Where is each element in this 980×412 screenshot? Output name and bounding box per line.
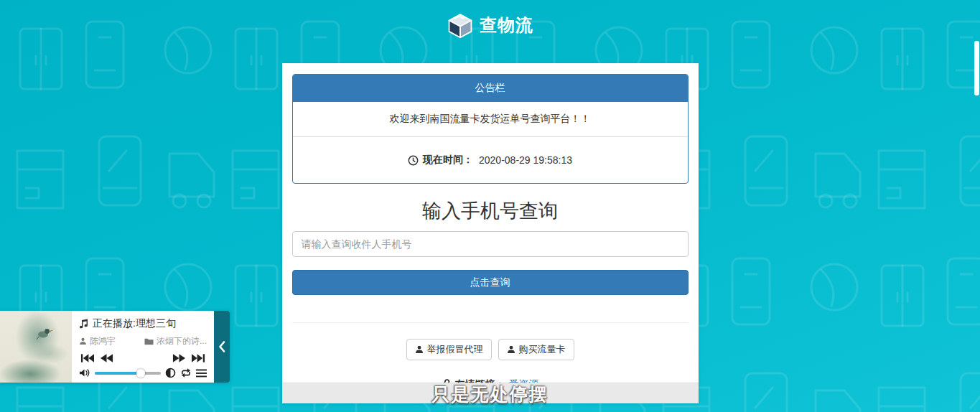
album-art — [0, 311, 72, 383]
clock-icon — [408, 155, 419, 166]
skip-back-button[interactable] — [80, 353, 94, 363]
fast-forward-button[interactable] — [172, 353, 186, 363]
slider-knob[interactable] — [136, 369, 145, 378]
playlist-menu-icon[interactable] — [196, 369, 207, 378]
parcel-box-icon — [447, 11, 474, 39]
progress-slider[interactable] — [95, 369, 161, 378]
scrollbar-thumb[interactable] — [974, 41, 979, 95]
main-card: 公告栏 欢迎来到南国流量卡发货运单号查询平台！！ 现在时间： 2020-08-2… — [282, 63, 699, 403]
page: { "page": { "logo_text": "查物流", "lyric":… — [0, 0, 980, 412]
announcement-header: 公告栏 — [293, 75, 688, 102]
player-meta-row: 陈鸿宇 浓烟下的诗... — [79, 335, 207, 347]
query-button[interactable]: 点击查询 — [292, 270, 689, 295]
album-item: 浓烟下的诗... — [144, 335, 207, 347]
now-playing-row: 正在播放:理想三旬 — [79, 317, 207, 330]
music-note-icon — [79, 319, 88, 329]
now-playing-text: 正在播放:理想三旬 — [93, 317, 176, 330]
rewind-button[interactable] — [100, 353, 113, 363]
music-player: 正在播放:理想三旬 陈鸿宇 浓烟下的诗... — [0, 311, 230, 383]
volume-icon[interactable] — [79, 368, 90, 378]
card-body: 公告栏 欢迎来到南国流量卡发货运单号查询平台！！ 现在时间： 2020-08-2… — [282, 63, 699, 391]
artist-icon — [79, 337, 87, 345]
actions-row: 举报假冒代理 购买流量卡 — [292, 339, 689, 360]
announcement-time-row: 现在时间： 2020-08-29 19:58:13 — [293, 137, 688, 183]
report-fake-agent-button[interactable]: 举报假冒代理 — [406, 339, 492, 360]
time-value: 2020-08-29 19:58:13 — [479, 154, 572, 166]
person-icon — [507, 345, 515, 354]
divider — [292, 322, 689, 323]
album-name: 浓烟下的诗... — [157, 335, 207, 347]
bird-illustration — [36, 327, 55, 340]
site-logo: 查物流 — [0, 11, 980, 39]
buy-data-card-button[interactable]: 购买流量卡 — [498, 339, 574, 360]
page-title: 输入手机号查询 — [292, 198, 689, 224]
artist-name: 陈鸿宇 — [90, 335, 116, 347]
announcement-welcome: 欢迎来到南国流量卡发货运单号查询平台！！ — [293, 102, 688, 137]
phone-input[interactable] — [292, 231, 689, 257]
lyric-overlay: 只是无处停摆 — [0, 383, 980, 406]
chevron-left-icon — [218, 340, 226, 353]
player-bottom-row — [79, 367, 207, 378]
player-collapse-tab[interactable] — [214, 311, 230, 383]
artist-item: 陈鸿宇 — [79, 335, 116, 347]
player-progress-fill — [95, 372, 141, 375]
time-label: 现在时间： — [423, 154, 473, 167]
person-icon — [415, 345, 424, 354]
loop-icon[interactable] — [180, 368, 192, 378]
folder-icon — [144, 337, 154, 345]
player-controls — [79, 353, 207, 363]
skip-next-button[interactable] — [192, 353, 205, 363]
player-panel: 正在播放:理想三旬 陈鸿宇 浓烟下的诗... — [72, 311, 214, 383]
announcement-panel: 公告栏 欢迎来到南国流量卡发货运单号查询平台！！ 现在时间： 2020-08-2… — [292, 74, 689, 184]
contrast-toggle-icon[interactable] — [165, 367, 176, 378]
logo-text: 查物流 — [480, 14, 533, 37]
